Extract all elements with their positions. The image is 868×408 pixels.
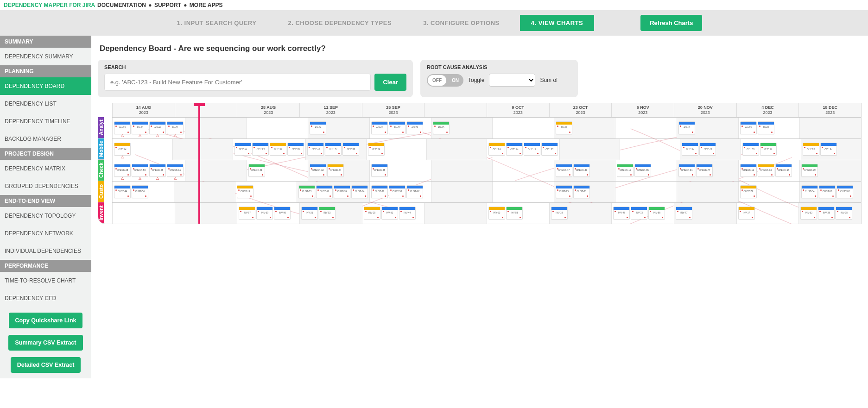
issue-card[interactable]: INV-95 xyxy=(274,207,291,220)
issue-card[interactable]: CHECK-68 xyxy=(775,164,792,177)
swimlane-label-mobile[interactable]: Mobile xyxy=(98,138,104,160)
issue-card[interactable]: APP-47 xyxy=(325,143,342,156)
issue-card[interactable]: CUST-19 xyxy=(237,185,253,198)
issue-card[interactable]: CUST-73 xyxy=(298,185,315,198)
issue-card[interactable]: CUST-86 xyxy=(573,185,590,198)
issue-card[interactable]: APP-95 xyxy=(287,143,304,156)
issue-card[interactable]: APP-43 xyxy=(368,143,385,156)
link-docs[interactable]: DOCUMENTATION xyxy=(97,2,146,8)
issue-card[interactable]: CHECK-89 xyxy=(573,164,590,177)
issue-card[interactable]: APP-72 xyxy=(307,143,324,156)
issue-card[interactable]: INV-77 xyxy=(676,207,692,220)
issue-card[interactable]: AN-42 xyxy=(371,121,388,134)
issue-card[interactable]: CHECK-61△ xyxy=(167,164,184,177)
refresh-charts-button[interactable]: Refresh Charts xyxy=(640,15,702,31)
issue-card[interactable]: AN-73△ xyxy=(114,121,131,134)
issue-card[interactable]: AN-79 xyxy=(406,121,423,134)
issue-card[interactable]: AN-51△ xyxy=(167,121,184,134)
issue-card[interactable]: INV-63 xyxy=(488,207,505,220)
issue-card[interactable]: AN-82 xyxy=(758,121,774,134)
issue-card[interactable]: APP-53 xyxy=(270,143,286,156)
issue-card[interactable]: CHECK-11 xyxy=(740,164,757,177)
issue-card[interactable]: APP-12 xyxy=(234,143,251,156)
sidebar-item[interactable]: DEPENDENCY LIST xyxy=(0,95,91,113)
sidebar-item[interactable]: DEPENDENCY MATRIX xyxy=(0,160,91,177)
sidebar-action-button[interactable]: Detailed CSV Extract xyxy=(11,357,81,373)
issue-card[interactable]: INV-25 xyxy=(364,207,380,220)
root-cause-toggle[interactable]: OFF ON xyxy=(427,74,463,87)
step-4[interactable]: 4. VIEW CHARTS xyxy=(520,15,594,31)
issue-card[interactable]: INV-72 xyxy=(631,207,647,220)
issue-card[interactable]: CHECK-32 xyxy=(310,164,326,177)
link-support[interactable]: SUPPORT xyxy=(154,2,181,8)
sidebar-item[interactable]: DEPENDENCY TIMELINE xyxy=(0,113,91,130)
swimlane-label-analyt[interactable]: Analyt xyxy=(98,117,104,138)
issue-card[interactable]: CUST-39 xyxy=(334,185,350,198)
issue-card[interactable]: INV-53 xyxy=(506,207,523,220)
issue-card[interactable]: APP-46 xyxy=(742,143,759,156)
search-input[interactable] xyxy=(104,74,371,91)
sidebar-item[interactable]: DEPENDENCY NETWORK xyxy=(0,225,91,242)
sidebar-action-button[interactable]: Summary CSV Extract xyxy=(8,335,82,351)
issue-card[interactable]: CUST-27 xyxy=(371,185,388,198)
sidebar-item[interactable]: DEPENDENCY BOARD xyxy=(0,77,91,95)
issue-card[interactable]: APP-52 xyxy=(682,143,698,156)
link-moreapps[interactable]: MORE APPS xyxy=(190,2,223,8)
sidebar-action-button[interactable]: Copy Quickshare Link xyxy=(9,313,83,328)
issue-card[interactable]: AN-25 xyxy=(433,121,450,134)
issue-card[interactable]: APP-51 xyxy=(488,143,505,156)
issue-card[interactable]: INV-28 xyxy=(818,207,835,220)
issue-card[interactable]: INV-88 xyxy=(648,207,665,220)
issue-card[interactable]: CUST-67 xyxy=(836,185,853,198)
issue-card[interactable]: AN-93 xyxy=(740,121,757,134)
sidebar-item[interactable]: GROUPED DEPENDENCIES xyxy=(0,177,91,195)
issue-card[interactable]: CHECK-48 xyxy=(371,164,388,177)
issue-card[interactable]: INV-21 xyxy=(301,207,318,220)
issue-card[interactable]: APP-84 xyxy=(541,143,558,156)
issue-card[interactable]: APP-67 xyxy=(820,143,837,156)
issue-card[interactable]: INV-35 xyxy=(836,207,852,220)
issue-card[interactable]: CUST-58 xyxy=(389,185,405,198)
sidebar-item[interactable]: BACKLOG MANAGER xyxy=(0,130,91,148)
issue-card[interactable]: CHECK-28△ xyxy=(114,164,131,177)
issue-card[interactable]: CUST-56 xyxy=(132,185,148,198)
issue-card[interactable]: APP-54 xyxy=(252,143,269,156)
sidebar-item[interactable]: DEPENDENCY TOPOLOGY xyxy=(0,207,91,225)
step-2[interactable]: 2. CHOOSE DEPENDENCY TYPES xyxy=(277,15,403,31)
issue-card[interactable]: CHECK-91 xyxy=(678,164,695,177)
step-1[interactable]: 1. INPUT SEARCH QUERY xyxy=(166,15,268,31)
issue-card[interactable]: INV-18 xyxy=(551,207,568,220)
issue-card[interactable]: CUST-25 xyxy=(556,185,572,198)
clear-button[interactable]: Clear xyxy=(374,74,406,91)
issue-card[interactable]: CUST-72 xyxy=(740,185,757,198)
issue-card[interactable]: CHECK-59△ xyxy=(132,164,148,177)
issue-card[interactable]: INV-44 xyxy=(399,207,416,220)
swimlane-label-invent[interactable]: Invent xyxy=(98,202,104,224)
issue-card[interactable]: CUST-64 xyxy=(351,185,368,198)
sidebar-item[interactable]: DEPENDENCY SUMMARY xyxy=(0,48,91,65)
issue-card[interactable]: CHECK-12 xyxy=(617,164,634,177)
issue-card[interactable]: CUST-44 xyxy=(114,185,131,198)
issue-card[interactable]: CHECK-47 xyxy=(556,164,572,177)
issue-card[interactable]: INV-62 xyxy=(800,207,817,220)
issue-card[interactable]: AN-38△ xyxy=(132,121,148,134)
issue-card[interactable]: AN-31 xyxy=(556,121,572,134)
issue-card[interactable]: APP-59 xyxy=(760,143,777,156)
issue-card[interactable]: CUST-67 xyxy=(406,185,423,198)
issue-card[interactable]: CHECK-54 xyxy=(327,164,344,177)
issue-card[interactable]: APP-78 xyxy=(699,143,716,156)
issue-card[interactable]: INV-48 xyxy=(613,207,630,220)
issue-card[interactable]: INV-52 xyxy=(319,207,336,220)
issue-card[interactable]: AN-84 xyxy=(310,121,326,134)
sidebar-item[interactable]: INDIVIDUAL DEPENDENCIES xyxy=(0,242,91,260)
issue-card[interactable]: CHECK-77 xyxy=(696,164,713,177)
issue-card[interactable]: APP-75 xyxy=(524,143,540,156)
issue-card[interactable]: INV-81 xyxy=(381,207,398,220)
step-3[interactable]: 3. CONFIGURE OPTIONS xyxy=(412,15,511,31)
sidebar-item[interactable]: DEPENDENCY CFD xyxy=(0,289,91,307)
issue-card[interactable]: CHECK-41 xyxy=(248,164,265,177)
issue-card[interactable]: CUST-58 xyxy=(819,185,836,198)
issue-card[interactable]: APP-62△ xyxy=(114,143,131,156)
swimlane-label-check[interactable]: Check xyxy=(98,160,104,181)
issue-card[interactable]: INV-17 xyxy=(738,207,755,220)
